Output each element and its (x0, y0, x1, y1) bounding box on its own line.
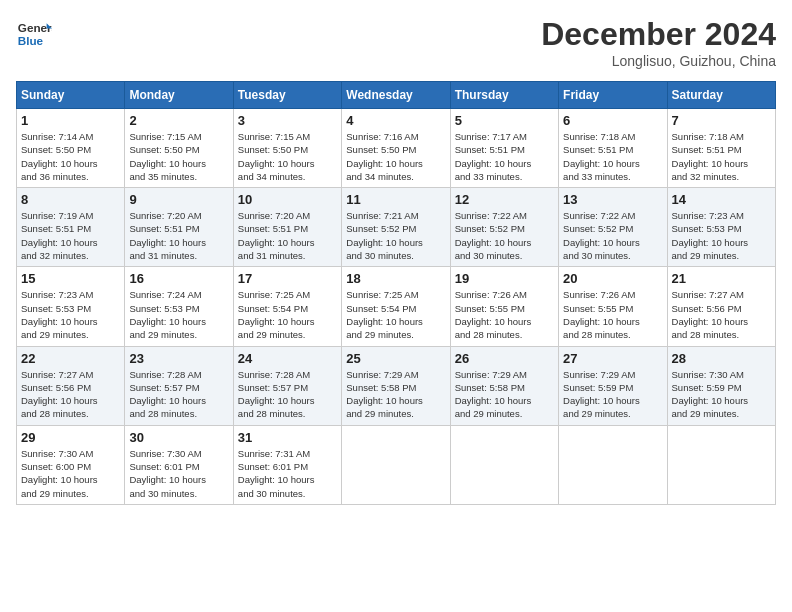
day-info: Sunrise: 7:15 AM Sunset: 5:50 PM Dayligh… (238, 130, 337, 183)
day-info: Sunrise: 7:16 AM Sunset: 5:50 PM Dayligh… (346, 130, 445, 183)
calendar-cell: 17Sunrise: 7:25 AM Sunset: 5:54 PM Dayli… (233, 267, 341, 346)
day-number: 18 (346, 271, 445, 286)
logo: General Blue (16, 16, 52, 52)
day-info: Sunrise: 7:18 AM Sunset: 5:51 PM Dayligh… (563, 130, 662, 183)
weekday-header-monday: Monday (125, 82, 233, 109)
calendar-cell: 13Sunrise: 7:22 AM Sunset: 5:52 PM Dayli… (559, 188, 667, 267)
calendar-cell: 15Sunrise: 7:23 AM Sunset: 5:53 PM Dayli… (17, 267, 125, 346)
calendar-cell: 16Sunrise: 7:24 AM Sunset: 5:53 PM Dayli… (125, 267, 233, 346)
calendar-cell (342, 425, 450, 504)
day-number: 21 (672, 271, 771, 286)
day-number: 24 (238, 351, 337, 366)
calendar-cell: 4Sunrise: 7:16 AM Sunset: 5:50 PM Daylig… (342, 109, 450, 188)
calendar-cell: 21Sunrise: 7:27 AM Sunset: 5:56 PM Dayli… (667, 267, 775, 346)
day-number: 11 (346, 192, 445, 207)
day-number: 8 (21, 192, 120, 207)
day-info: Sunrise: 7:14 AM Sunset: 5:50 PM Dayligh… (21, 130, 120, 183)
day-info: Sunrise: 7:27 AM Sunset: 5:56 PM Dayligh… (21, 368, 120, 421)
calendar-cell: 14Sunrise: 7:23 AM Sunset: 5:53 PM Dayli… (667, 188, 775, 267)
weekday-header-friday: Friday (559, 82, 667, 109)
calendar-cell (450, 425, 558, 504)
calendar-cell: 24Sunrise: 7:28 AM Sunset: 5:57 PM Dayli… (233, 346, 341, 425)
calendar-cell: 22Sunrise: 7:27 AM Sunset: 5:56 PM Dayli… (17, 346, 125, 425)
day-number: 1 (21, 113, 120, 128)
day-info: Sunrise: 7:29 AM Sunset: 5:58 PM Dayligh… (346, 368, 445, 421)
calendar-cell: 10Sunrise: 7:20 AM Sunset: 5:51 PM Dayli… (233, 188, 341, 267)
day-info: Sunrise: 7:15 AM Sunset: 5:50 PM Dayligh… (129, 130, 228, 183)
calendar-cell: 28Sunrise: 7:30 AM Sunset: 5:59 PM Dayli… (667, 346, 775, 425)
day-info: Sunrise: 7:30 AM Sunset: 6:00 PM Dayligh… (21, 447, 120, 500)
weekday-header-thursday: Thursday (450, 82, 558, 109)
day-number: 28 (672, 351, 771, 366)
day-info: Sunrise: 7:25 AM Sunset: 5:54 PM Dayligh… (238, 288, 337, 341)
day-info: Sunrise: 7:30 AM Sunset: 5:59 PM Dayligh… (672, 368, 771, 421)
weekday-header-saturday: Saturday (667, 82, 775, 109)
calendar-cell: 2Sunrise: 7:15 AM Sunset: 5:50 PM Daylig… (125, 109, 233, 188)
day-info: Sunrise: 7:29 AM Sunset: 5:59 PM Dayligh… (563, 368, 662, 421)
day-number: 26 (455, 351, 554, 366)
calendar-cell: 25Sunrise: 7:29 AM Sunset: 5:58 PM Dayli… (342, 346, 450, 425)
calendar-cell: 26Sunrise: 7:29 AM Sunset: 5:58 PM Dayli… (450, 346, 558, 425)
calendar-table: SundayMondayTuesdayWednesdayThursdayFrid… (16, 81, 776, 505)
weekday-header-wednesday: Wednesday (342, 82, 450, 109)
calendar-week-row: 1Sunrise: 7:14 AM Sunset: 5:50 PM Daylig… (17, 109, 776, 188)
day-info: Sunrise: 7:18 AM Sunset: 5:51 PM Dayligh… (672, 130, 771, 183)
day-info: Sunrise: 7:29 AM Sunset: 5:58 PM Dayligh… (455, 368, 554, 421)
day-number: 5 (455, 113, 554, 128)
day-number: 3 (238, 113, 337, 128)
day-info: Sunrise: 7:20 AM Sunset: 5:51 PM Dayligh… (129, 209, 228, 262)
day-number: 31 (238, 430, 337, 445)
day-number: 25 (346, 351, 445, 366)
calendar-cell: 23Sunrise: 7:28 AM Sunset: 5:57 PM Dayli… (125, 346, 233, 425)
page-header: General Blue December 2024 Longlisuo, Gu… (16, 16, 776, 69)
calendar-cell (559, 425, 667, 504)
day-info: Sunrise: 7:17 AM Sunset: 5:51 PM Dayligh… (455, 130, 554, 183)
day-info: Sunrise: 7:21 AM Sunset: 5:52 PM Dayligh… (346, 209, 445, 262)
day-number: 30 (129, 430, 228, 445)
day-info: Sunrise: 7:31 AM Sunset: 6:01 PM Dayligh… (238, 447, 337, 500)
location: Longlisuo, Guizhou, China (541, 53, 776, 69)
day-info: Sunrise: 7:22 AM Sunset: 5:52 PM Dayligh… (455, 209, 554, 262)
calendar-cell: 9Sunrise: 7:20 AM Sunset: 5:51 PM Daylig… (125, 188, 233, 267)
calendar-cell: 6Sunrise: 7:18 AM Sunset: 5:51 PM Daylig… (559, 109, 667, 188)
calendar-cell: 1Sunrise: 7:14 AM Sunset: 5:50 PM Daylig… (17, 109, 125, 188)
day-number: 7 (672, 113, 771, 128)
calendar-cell: 31Sunrise: 7:31 AM Sunset: 6:01 PM Dayli… (233, 425, 341, 504)
day-info: Sunrise: 7:23 AM Sunset: 5:53 PM Dayligh… (672, 209, 771, 262)
calendar-week-row: 15Sunrise: 7:23 AM Sunset: 5:53 PM Dayli… (17, 267, 776, 346)
day-number: 19 (455, 271, 554, 286)
day-info: Sunrise: 7:19 AM Sunset: 5:51 PM Dayligh… (21, 209, 120, 262)
day-info: Sunrise: 7:27 AM Sunset: 5:56 PM Dayligh… (672, 288, 771, 341)
day-number: 6 (563, 113, 662, 128)
calendar-cell: 27Sunrise: 7:29 AM Sunset: 5:59 PM Dayli… (559, 346, 667, 425)
day-info: Sunrise: 7:24 AM Sunset: 5:53 PM Dayligh… (129, 288, 228, 341)
weekday-header-row: SundayMondayTuesdayWednesdayThursdayFrid… (17, 82, 776, 109)
calendar-week-row: 29Sunrise: 7:30 AM Sunset: 6:00 PM Dayli… (17, 425, 776, 504)
calendar-week-row: 22Sunrise: 7:27 AM Sunset: 5:56 PM Dayli… (17, 346, 776, 425)
day-number: 16 (129, 271, 228, 286)
day-number: 10 (238, 192, 337, 207)
calendar-cell: 20Sunrise: 7:26 AM Sunset: 5:55 PM Dayli… (559, 267, 667, 346)
day-number: 27 (563, 351, 662, 366)
day-number: 12 (455, 192, 554, 207)
weekday-header-tuesday: Tuesday (233, 82, 341, 109)
title-block: December 2024 Longlisuo, Guizhou, China (541, 16, 776, 69)
day-info: Sunrise: 7:30 AM Sunset: 6:01 PM Dayligh… (129, 447, 228, 500)
day-number: 4 (346, 113, 445, 128)
calendar-week-row: 8Sunrise: 7:19 AM Sunset: 5:51 PM Daylig… (17, 188, 776, 267)
calendar-cell: 5Sunrise: 7:17 AM Sunset: 5:51 PM Daylig… (450, 109, 558, 188)
day-number: 2 (129, 113, 228, 128)
day-info: Sunrise: 7:28 AM Sunset: 5:57 PM Dayligh… (129, 368, 228, 421)
day-number: 20 (563, 271, 662, 286)
calendar-cell: 29Sunrise: 7:30 AM Sunset: 6:00 PM Dayli… (17, 425, 125, 504)
calendar-cell (667, 425, 775, 504)
day-info: Sunrise: 7:26 AM Sunset: 5:55 PM Dayligh… (455, 288, 554, 341)
day-number: 14 (672, 192, 771, 207)
day-number: 23 (129, 351, 228, 366)
day-number: 13 (563, 192, 662, 207)
calendar-cell: 30Sunrise: 7:30 AM Sunset: 6:01 PM Dayli… (125, 425, 233, 504)
day-info: Sunrise: 7:22 AM Sunset: 5:52 PM Dayligh… (563, 209, 662, 262)
day-info: Sunrise: 7:20 AM Sunset: 5:51 PM Dayligh… (238, 209, 337, 262)
day-info: Sunrise: 7:28 AM Sunset: 5:57 PM Dayligh… (238, 368, 337, 421)
calendar-cell: 12Sunrise: 7:22 AM Sunset: 5:52 PM Dayli… (450, 188, 558, 267)
